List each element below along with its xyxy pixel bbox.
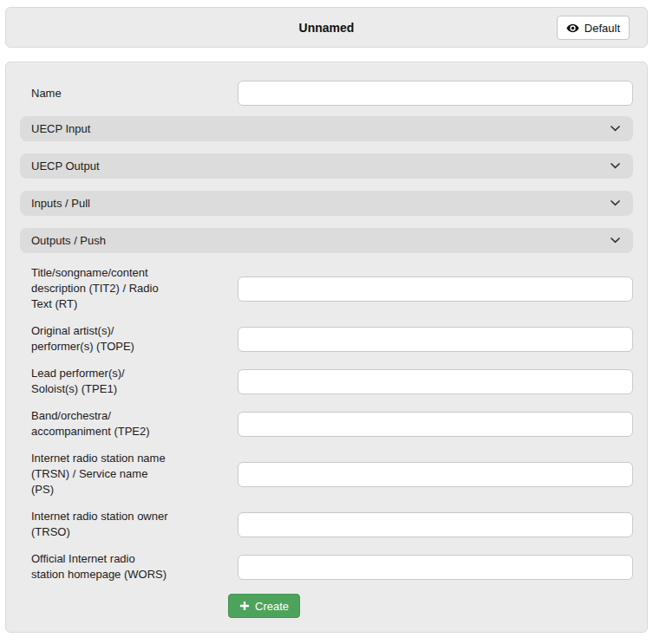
form-row-name: Name xyxy=(20,81,633,106)
create-button[interactable]: Create xyxy=(228,594,300,618)
form-row-tit2-rt: Title/songname/content description (TIT2… xyxy=(20,265,633,312)
section-inputs-pull-label: Inputs / Pull xyxy=(31,197,90,210)
section-uecp-output-label: UECP Output xyxy=(31,159,100,172)
form-card: Name UECP Input UECP Output Inputs / Pul… xyxy=(5,62,648,633)
tope-input[interactable] xyxy=(238,327,633,352)
default-button[interactable]: Default xyxy=(557,16,630,40)
name-label: Name xyxy=(20,86,238,101)
section-uecp-input-label: UECP Input xyxy=(31,122,90,135)
trso-input[interactable] xyxy=(238,512,633,537)
plus-icon xyxy=(239,601,250,611)
tpe2-input[interactable] xyxy=(238,412,633,437)
create-button-label: Create xyxy=(255,600,289,613)
form-row-tpe2: Band/orchestra/ accompaniment (TPE2) xyxy=(20,408,633,439)
chevron-down-icon xyxy=(611,200,620,206)
wors-input[interactable] xyxy=(238,555,633,580)
tpe1-label: Lead performer(s)/ Soloist(s) (TPE1) xyxy=(20,366,238,397)
section-uecp-input[interactable]: UECP Input xyxy=(20,116,633,141)
trso-label: Internet radio station owner (TRSO) xyxy=(20,509,238,540)
section-outputs-push-label: Outputs / Push xyxy=(31,234,106,247)
eye-icon xyxy=(566,22,579,35)
tope-label: Original artist(s)/ performer(s) (TOPE) xyxy=(20,323,238,355)
section-inputs-pull[interactable]: Inputs / Pull xyxy=(20,191,633,216)
form-header: Unnamed Default xyxy=(5,7,648,48)
wors-label: Official Internet radio station homepage… xyxy=(20,551,238,582)
name-input-col xyxy=(238,81,633,106)
section-outputs-push[interactable]: Outputs / Push xyxy=(20,228,633,253)
trsn-ps-label: Internet radio station name (TRSN) / Ser… xyxy=(20,451,238,498)
create-button-row: Create xyxy=(20,594,633,618)
tpe1-input[interactable] xyxy=(238,369,633,394)
tit2-rt-input[interactable] xyxy=(238,276,633,302)
section-uecp-output[interactable]: UECP Output xyxy=(20,153,633,179)
page-title: Unnamed xyxy=(299,21,355,35)
tpe2-label: Band/orchestra/ accompaniment (TPE2) xyxy=(20,408,238,439)
form-row-wors: Official Internet radio station homepage… xyxy=(20,551,633,582)
form-row-tpe1: Lead performer(s)/ Soloist(s) (TPE1) xyxy=(20,366,633,397)
chevron-down-icon xyxy=(611,237,620,244)
tit2-rt-label: Title/songname/content description (TIT2… xyxy=(20,265,238,312)
default-button-label: Default xyxy=(584,22,620,35)
form-row-trso: Internet radio station owner (TRSO) xyxy=(20,509,633,540)
name-input[interactable] xyxy=(238,81,633,106)
chevron-down-icon xyxy=(611,126,620,132)
form-row-trsn-ps: Internet radio station name (TRSN) / Ser… xyxy=(20,451,633,498)
trsn-ps-input[interactable] xyxy=(238,462,633,487)
chevron-down-icon xyxy=(611,163,620,169)
form-row-tope: Original artist(s)/ performer(s) (TOPE) xyxy=(20,323,633,355)
